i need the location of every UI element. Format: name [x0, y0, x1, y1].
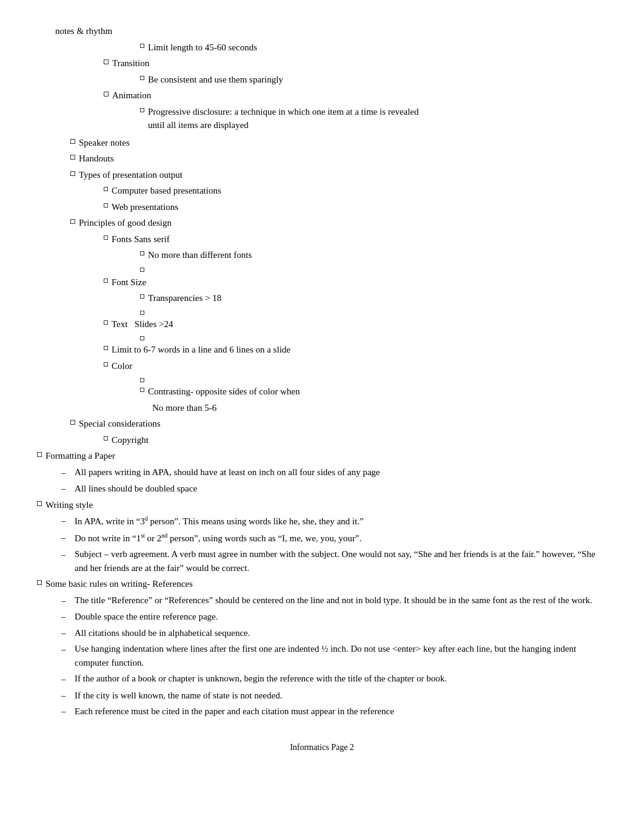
dash-icon: –: [61, 548, 71, 562]
bullet-icon: [104, 436, 108, 441]
list-item: [140, 333, 607, 340]
dash-icon: –: [61, 705, 71, 718]
footer-text: Informatics Page 2: [290, 743, 354, 752]
list-item: – All lines should be doubled space: [61, 482, 607, 496]
bullet-icon: [104, 235, 108, 240]
list-item: [140, 308, 607, 315]
bullet-icon: [70, 171, 75, 176]
page: notes & rhythm Limit length to 45-60 sec…: [37, 18, 607, 752]
list-item: Progressive disclosure: a technique in w…: [140, 105, 607, 132]
bullet-icon: [70, 139, 75, 144]
list-item: Copyright: [104, 433, 607, 447]
section-title: Formatting a Paper: [45, 449, 607, 463]
dash-icon: –: [61, 594, 71, 608]
item-text: Copyright: [112, 433, 607, 447]
item-text: Progressive disclosure: a technique in w…: [148, 105, 607, 132]
list-item: Font Size: [104, 275, 607, 289]
references-header: Some basic rules on writing- References: [37, 577, 607, 591]
list-item: Animation: [104, 89, 607, 103]
dash-icon: –: [61, 514, 71, 528]
item-text: Types of presentation output: [79, 168, 607, 182]
bullet-icon: [140, 76, 144, 80]
bullet-icon: [140, 311, 144, 315]
bullet-icon: [140, 336, 144, 340]
item-text: Fonts Sans serif: [112, 232, 607, 246]
bullet-icon: [140, 268, 144, 272]
item-text: All papers writing in APA, should have a…: [75, 465, 607, 479]
item-text: All citations should be in alphabetical …: [75, 626, 607, 640]
list-item: – If the city is well known, the name of…: [61, 689, 607, 703]
bullet-icon: [70, 155, 75, 160]
bullet-icon: [104, 187, 108, 191]
list-item: Limit length to 45-60 seconds: [140, 41, 607, 55]
bullet-icon: [140, 378, 144, 382]
bullet-icon: [37, 452, 42, 457]
item-text: Transparencies > 18: [148, 291, 607, 305]
dash-icon: –: [61, 672, 71, 686]
item-text: The title “Reference” or “References” sh…: [75, 593, 607, 607]
list-item: No more than 5-6: [152, 401, 607, 415]
section-title: Writing style: [45, 498, 607, 512]
item-text: Limit length to 45-60 seconds: [148, 41, 607, 55]
list-item: Transparencies > 18: [140, 291, 607, 305]
list-item: – All papers writing in APA, should have…: [61, 465, 607, 480]
item-text: Double space the entire reference page.: [75, 610, 607, 624]
item-text: Text Slides >24: [112, 317, 607, 331]
item-text: Be consistent and use them sparingly: [148, 73, 607, 87]
list-item: Handouts: [70, 152, 607, 166]
item-text: Computer based presentations: [112, 184, 607, 198]
item-text: All lines should be doubled space: [75, 482, 607, 496]
writing-style-header: Writing style: [37, 498, 607, 512]
list-item: – The title “Reference” or “References” …: [61, 593, 607, 608]
list-item: – Subject – verb agreement. A verb must …: [61, 547, 607, 575]
bullet-icon: [104, 279, 108, 283]
bullet-icon: [140, 251, 144, 255]
item-text: Principles of good design: [79, 216, 607, 230]
bullet-icon: [104, 362, 108, 367]
list-item: – Do not write in “1st or 2nd person”, u…: [61, 531, 607, 546]
item-text: Speaker notes: [79, 136, 607, 150]
bullet-icon: [104, 59, 109, 64]
item-text: Do not write in “1st or 2nd person”, usi…: [75, 531, 607, 546]
bullet-icon: [140, 388, 144, 392]
dash-icon: –: [61, 610, 71, 624]
bullet-icon: [104, 203, 108, 208]
content: notes & rhythm Limit length to 45-60 sec…: [37, 18, 607, 718]
bullet-icon: [140, 294, 144, 299]
list-item: – All citations should be in alphabetica…: [61, 626, 607, 640]
bullet-icon: [104, 320, 108, 325]
item-text: Subject – verb agreement. A verb must ag…: [75, 547, 607, 575]
item-text: Web presentations: [112, 200, 607, 214]
list-item: Computer based presentations: [104, 184, 607, 198]
dash-icon: –: [61, 689, 71, 703]
dash-icon: –: [61, 531, 71, 545]
list-item: Be consistent and use them sparingly: [140, 73, 607, 87]
notes-rhythm-header: notes & rhythm: [55, 24, 607, 38]
dash-icon: –: [61, 466, 71, 480]
list-item: Limit to 6-7 words in a line and 6 lines…: [104, 343, 607, 357]
item-text: No more than 5-6: [152, 401, 607, 415]
list-item: [140, 375, 607, 382]
item-text: Color: [112, 359, 607, 373]
list-item: Fonts Sans serif: [104, 232, 607, 246]
bullet-icon: [140, 44, 144, 48]
list-item: Special considerations: [70, 417, 607, 431]
notes-rhythm-text: notes & rhythm: [55, 24, 607, 38]
section-title: Some basic rules on writing- References: [45, 577, 607, 591]
list-item: Text Slides >24: [104, 317, 607, 331]
dash-icon: –: [61, 626, 71, 640]
list-item: No more than different fonts: [140, 248, 607, 262]
item-text: If the city is well known, the name of s…: [75, 689, 607, 703]
bullet-icon: [104, 92, 109, 96]
item-text: Font Size: [112, 275, 607, 289]
list-item: Speaker notes: [70, 136, 607, 150]
item-text: Use hanging indentation where lines afte…: [75, 642, 607, 669]
list-item: – Double space the entire reference page…: [61, 610, 607, 624]
item-text: In APA, write in “3d person”. This means…: [75, 514, 607, 529]
item-text: Contrasting- opposite sides of color whe…: [148, 385, 607, 399]
list-item: Color: [104, 359, 607, 373]
list-item: – Each reference must be cited in the pa…: [61, 705, 607, 718]
bullet-icon: [70, 420, 75, 425]
item-text: Handouts: [79, 152, 607, 166]
list-item: – Use hanging indentation where lines af…: [61, 642, 607, 669]
